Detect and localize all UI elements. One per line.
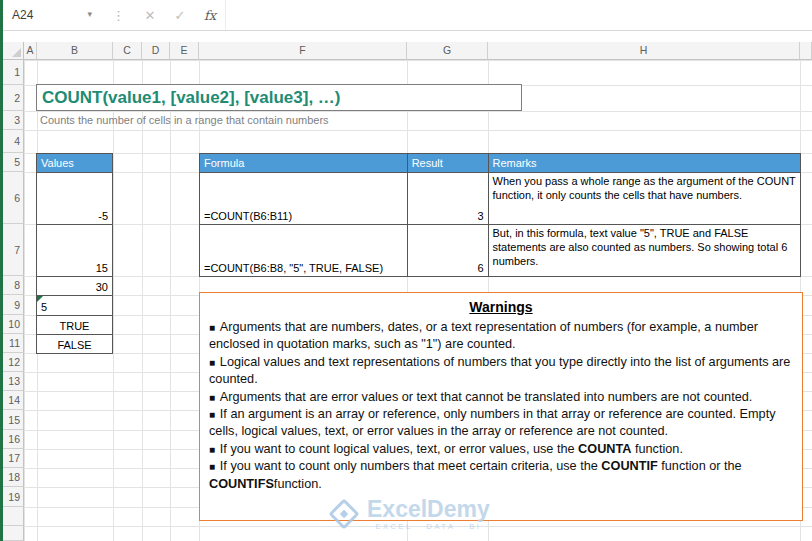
result-value: 3 [477, 210, 483, 222]
warning-item: ■ If an argument is an array or referenc… [209, 406, 793, 441]
values-header-cell[interactable]: Values [37, 154, 113, 173]
values-cell[interactable]: -5 [37, 173, 113, 225]
watermark-name: ExcelDemy [367, 497, 490, 521]
warning-item: ■ Logical values and text representation… [209, 354, 793, 389]
values-cell[interactable]: 15 [37, 225, 113, 277]
formula-cell[interactable]: =COUNT(B6:B8, "5", TRUE, FALSE) [200, 225, 408, 277]
name-box-value: A24 [12, 8, 33, 22]
formula-cell[interactable]: =COUNT(B6:B11) [200, 173, 408, 225]
warning-item: ■ If you want to count logical values, t… [209, 441, 793, 458]
bullet-square-icon: ■ [209, 392, 218, 403]
exceldemy-logo-icon [330, 500, 358, 528]
row-header-8[interactable]: 8 [3, 276, 24, 295]
bullet-square-icon: ■ [209, 461, 218, 472]
formula-table-header-formula[interactable]: Formula [200, 154, 408, 173]
exceldemy-watermark: ExcelDemy EXCEL · DATA · BI [330, 497, 490, 531]
formula-table-header-remarks[interactable]: Remarks [489, 154, 801, 173]
remarks-cell[interactable]: When you pass a whole range as the argum… [489, 173, 801, 225]
column-header-A[interactable]: A [24, 42, 37, 60]
column-header-B[interactable]: B [37, 42, 113, 60]
warning-item: ■ Arguments that are numbers, dates, or … [209, 319, 793, 354]
row-header[interactable] [3, 526, 24, 541]
cell-value: 15 [96, 262, 108, 274]
formula-table: FormulaResultRemarks =COUNT(B6:B11)3When… [199, 153, 801, 277]
column-header-F[interactable]: F [199, 42, 407, 60]
name-box[interactable]: A24 ▾ [0, 0, 100, 30]
warnings-body: ■ Arguments that are numbers, dates, or … [209, 319, 793, 493]
row-header-13[interactable]: 13 [3, 372, 24, 391]
formula-table-body: =COUNT(B6:B11)3When you pass a whole ran… [200, 173, 801, 277]
formula-table-row: =COUNT(B6:B11)3When you pass a whole ran… [200, 173, 801, 225]
column-header-H[interactable]: H [488, 42, 800, 60]
formula-input[interactable] [225, 0, 812, 30]
warning-item: ■ Arguments that are error values or tex… [209, 389, 793, 406]
formula-bar: A24 ▾ ⋮ ✕ ✓ fx [0, 0, 812, 31]
bullet-square-icon: ■ [209, 322, 218, 333]
row-header-6[interactable]: 6 [3, 172, 24, 224]
row-header-7[interactable]: 7 [3, 224, 24, 276]
formula-table-header-row: FormulaResultRemarks [200, 154, 801, 173]
warnings-title: Warnings [209, 299, 793, 315]
formula-table-header-result[interactable]: Result [408, 154, 489, 173]
column-header[interactable] [800, 42, 812, 60]
gridline [24, 130, 812, 131]
values-cell[interactable]: FALSE [37, 335, 113, 354]
row-header-1[interactable]: 1 [3, 60, 24, 85]
formula-table-row: =COUNT(B6:B8, "5", TRUE, FALSE)6But, in … [200, 225, 801, 277]
row-header-11[interactable]: 11 [3, 334, 24, 353]
column-header-E[interactable]: E [170, 42, 199, 60]
result-cell[interactable]: 6 [408, 225, 489, 277]
row-header-4[interactable]: 4 [3, 130, 24, 153]
watermark-text: ExcelDemy EXCEL · DATA · BI [367, 497, 490, 531]
row-header-15[interactable]: 15 [3, 410, 24, 430]
remarks-cell[interactable]: But, in this formula, text value "5", TR… [489, 225, 801, 277]
row-header-12[interactable]: 12 [3, 353, 24, 372]
bullet-square-icon: ■ [209, 409, 218, 420]
function-title-cell[interactable]: COUNT(value1, [value2], [value3], …) [36, 84, 522, 111]
values-cell[interactable]: 30 [37, 277, 113, 296]
row-header-9[interactable]: 9 [3, 295, 24, 315]
row-header[interactable] [3, 507, 24, 526]
warnings-box[interactable]: Warnings ■ Arguments that are numbers, d… [199, 292, 803, 521]
bullet-square-icon: ■ [209, 357, 218, 368]
name-box-dropdown-icon[interactable]: ▾ [87, 9, 92, 19]
row-header-2[interactable]: 2 [3, 85, 24, 111]
row-header-14[interactable]: 14 [3, 391, 24, 410]
function-title: COUNT(value1, [value2], [value3], …) [42, 88, 341, 108]
cancel-icon[interactable]: ✕ [135, 8, 165, 23]
result-value: 6 [477, 262, 483, 274]
function-description[interactable]: Counts the number of cells in a range th… [40, 114, 329, 126]
bullet-square-icon: ■ [209, 444, 218, 455]
cell-value: 30 [96, 281, 108, 293]
window-edge [0, 0, 3, 541]
column-header-G[interactable]: G [407, 42, 488, 60]
excel-window: A24 ▾ ⋮ ✕ ✓ fx ABCDEFGH 1234567891011121… [0, 0, 812, 541]
cell-value: FALSE [57, 339, 91, 351]
insert-function-icon[interactable]: fx [195, 8, 225, 23]
row-header-5[interactable]: 5 [3, 153, 24, 172]
error-indicator-icon [37, 296, 43, 302]
values-cell[interactable]: 5 [37, 296, 113, 316]
column-header-D[interactable]: D [142, 42, 170, 60]
select-all-button[interactable] [3, 42, 24, 60]
values-cell[interactable]: TRUE [37, 316, 113, 335]
values-table-body: -515305TRUEFALSE [37, 173, 113, 354]
enter-icon[interactable]: ✓ [165, 8, 195, 23]
cell-value: 5 [41, 301, 47, 313]
formula-text: =COUNT(B6:B8, "5", TRUE, FALSE) [204, 262, 383, 274]
values-table: Values -515305TRUEFALSE [36, 153, 113, 354]
column-header-C[interactable]: C [113, 42, 142, 60]
watermark-tagline: EXCEL · DATA · BI [376, 522, 482, 531]
row-header-17[interactable]: 17 [3, 449, 24, 468]
row-header-18[interactable]: 18 [3, 468, 24, 487]
cell-value: -5 [98, 210, 108, 222]
result-cell[interactable]: 3 [408, 173, 489, 225]
row-header-16[interactable]: 16 [3, 430, 24, 449]
gridline [24, 60, 812, 61]
row-header-3[interactable]: 3 [3, 111, 24, 130]
row-header-19[interactable]: 19 [3, 487, 24, 507]
separator-dots-icon: ⋮ [112, 8, 125, 23]
warning-item: ■ If you want to count only numbers that… [209, 458, 793, 493]
row-header-10[interactable]: 10 [3, 315, 24, 334]
gridline [24, 111, 812, 112]
